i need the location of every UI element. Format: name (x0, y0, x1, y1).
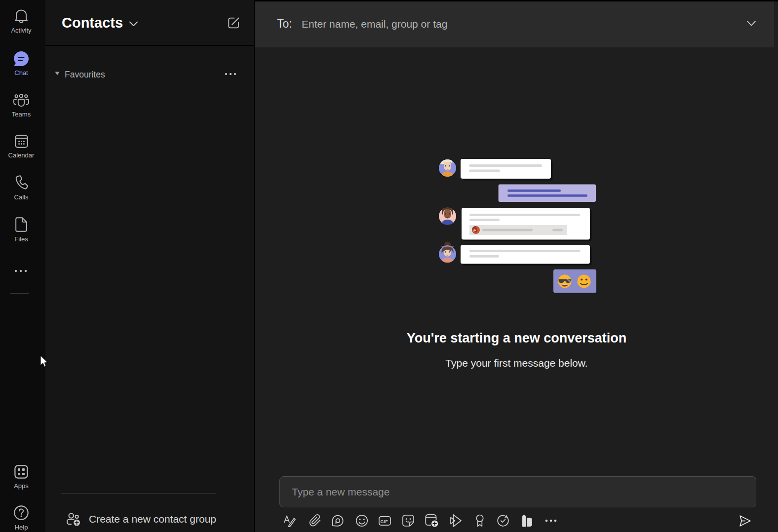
svg-text:P: P (473, 228, 476, 233)
svg-text:GIF: GIF (381, 519, 388, 524)
